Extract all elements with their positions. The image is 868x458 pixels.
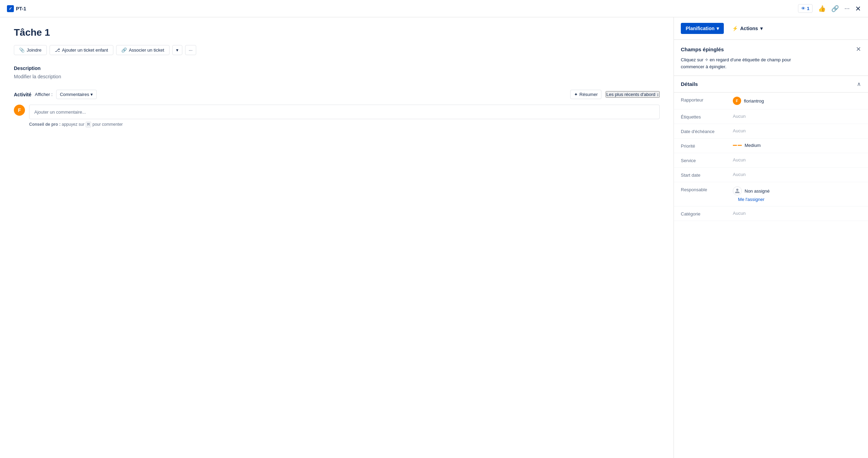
details-header[interactable]: Détails ∧ xyxy=(674,76,868,93)
share-button[interactable]: 🔗 xyxy=(831,5,839,12)
actions-chevron: ▾ xyxy=(760,26,763,31)
detail-row-date-echeance: Date d'échéance Aucun xyxy=(674,124,868,139)
pinned-desc-part1: Cliquez sur ✧ en regard d'une étiquette … xyxy=(681,57,791,62)
planification-button[interactable]: Planification ▾ xyxy=(681,23,724,34)
categorie-value[interactable]: Aucun xyxy=(733,211,746,216)
pinned-desc-part2: commencer à épingler. xyxy=(681,64,727,69)
chevron-up-icon: ∧ xyxy=(857,81,861,87)
watch-count: 1 xyxy=(807,6,809,11)
chevron-down-icon: ▾ xyxy=(90,92,93,97)
main-layout: Tâche 1 📎 Joindre ⎇ Ajouter un ticket en… xyxy=(0,17,868,458)
date-echeance-label: Date d'échéance xyxy=(681,128,729,134)
pro-tip-prefix: Conseil de pro : xyxy=(29,122,62,127)
activity-header: Activité Afficher : Commentaires ▾ ✦ Rés… xyxy=(14,90,660,99)
activity-title: Activité xyxy=(14,92,32,97)
service-value[interactable]: Aucun xyxy=(733,157,746,162)
date-echeance-value[interactable]: Aucun xyxy=(733,128,746,133)
pinned-fields-title: Champs épinglés xyxy=(681,46,724,52)
assignee-text: Non assigné xyxy=(745,188,770,194)
paperclip-icon: 📎 xyxy=(19,47,25,53)
action-buttons-row: 📎 Joindre ⎇ Ajouter un ticket enfant 🔗 A… xyxy=(14,45,660,55)
comment-row: F Ajouter un commentaire... xyxy=(14,105,660,119)
priority-icon xyxy=(733,145,742,146)
right-header: Planification ▾ ⚡ Actions ▾ xyxy=(674,17,868,40)
planification-label: Planification xyxy=(686,26,714,31)
sort-icon: ↕ xyxy=(657,92,659,97)
priority-bar-1 xyxy=(733,145,737,146)
sparkle-icon: ✦ xyxy=(574,92,578,97)
categorie-label: Catégorie xyxy=(681,211,729,217)
more-options-button[interactable]: ··· xyxy=(844,5,850,12)
add-child-label: Ajouter un ticket enfant xyxy=(62,47,108,53)
link-icon: 🔗 xyxy=(121,47,127,53)
etiquettes-label: Étiquettes xyxy=(681,114,729,120)
responsable-value[interactable]: Non assigné Me l'assigner xyxy=(733,186,770,202)
details-section: Détails ∧ Rapporteur F floriantrog Étiqu… xyxy=(674,76,868,221)
join-button[interactable]: 📎 Joindre xyxy=(14,45,47,55)
activity-filter-dropdown[interactable]: Commentaires ▾ xyxy=(56,90,97,99)
detail-row-priorite: Priorité Medium xyxy=(674,139,868,153)
categorie-none: Aucun xyxy=(733,211,746,216)
summarize-label: Résumer xyxy=(580,92,598,97)
user-avatar: F xyxy=(14,105,25,116)
reporter-name: floriantrog xyxy=(744,98,764,104)
pinned-fields-panel: Champs épinglés ✕ Cliquez sur ✧ en regar… xyxy=(674,40,868,76)
detail-row-categorie: Catégorie Aucun xyxy=(674,206,868,221)
service-none: Aucun xyxy=(733,157,746,162)
hierarchy-icon: ⎇ xyxy=(55,47,60,53)
start-date-none: Aucun xyxy=(733,172,746,177)
pro-tip-key: M xyxy=(86,122,92,127)
responsable-label: Responsable xyxy=(681,186,729,192)
associate-label: Associer un ticket xyxy=(129,47,164,53)
description-placeholder[interactable]: Modifier la description xyxy=(14,74,660,79)
close-button[interactable]: ✕ xyxy=(855,5,861,13)
detail-row-etiquettes: Étiquettes Aucun xyxy=(674,109,868,124)
pro-tip-suffix: pour commenter xyxy=(93,122,123,127)
comment-input[interactable]: Ajouter un commentaire... xyxy=(29,105,660,119)
activity-header-right: ✦ Résumer Les plus récents d'abord ↕ xyxy=(570,90,660,99)
activity-section: Activité Afficher : Commentaires ▾ ✦ Rés… xyxy=(14,90,660,127)
actions-button[interactable]: ⚡ Actions ▾ xyxy=(727,23,767,34)
sort-button[interactable]: Les plus récents d'abord ↕ xyxy=(606,91,660,98)
etiquettes-none: Aucun xyxy=(733,114,746,119)
eye-icon: 👁 xyxy=(801,6,806,11)
actions-label: Actions xyxy=(740,26,758,31)
details-title: Détails xyxy=(681,81,698,87)
left-panel: Tâche 1 📎 Joindre ⎇ Ajouter un ticket en… xyxy=(0,17,674,458)
service-label: Service xyxy=(681,157,729,163)
ticket-id: PT-1 xyxy=(16,6,26,11)
start-date-label: Start date xyxy=(681,172,729,178)
reporter-avatar: F xyxy=(733,97,741,105)
pinned-fields-description: Cliquez sur ✧ en regard d'une étiquette … xyxy=(681,56,861,70)
priorite-value[interactable]: Medium xyxy=(733,143,761,148)
description-title: Description xyxy=(14,65,660,71)
lightning-icon: ⚡ xyxy=(732,26,738,31)
etiquettes-value[interactable]: Aucun xyxy=(733,114,746,119)
detail-row-start-date: Start date Aucun xyxy=(674,168,868,182)
like-button[interactable]: 👍 xyxy=(818,5,826,12)
pinned-fields-close-button[interactable]: ✕ xyxy=(856,45,861,53)
priorite-label: Priorité xyxy=(681,143,729,149)
rapporteur-label: Rapporteur xyxy=(681,97,729,103)
pinned-header: Champs épinglés ✕ xyxy=(681,45,861,53)
chevron-down-icon: ▾ xyxy=(176,47,179,53)
topbar-right: 👁 1 👍 🔗 ··· ✕ xyxy=(798,4,861,13)
dropdown-more-button[interactable]: ▾ xyxy=(172,45,182,55)
rapporteur-value[interactable]: F floriantrog xyxy=(733,97,764,105)
assign-self-link[interactable]: Me l'assigner xyxy=(738,197,764,202)
priority-bar-2 xyxy=(738,145,742,146)
page-title: Tâche 1 xyxy=(14,27,660,38)
start-date-value[interactable]: Aucun xyxy=(733,172,746,177)
sort-label: Les plus récents d'abord xyxy=(606,92,655,97)
show-label: Afficher : xyxy=(35,92,53,97)
detail-row-service: Service Aucun xyxy=(674,153,868,168)
add-child-ticket-button[interactable]: ⎇ Ajouter un ticket enfant xyxy=(50,45,113,55)
ellipsis-icon: ··· xyxy=(189,47,193,53)
associate-ticket-button[interactable]: 🔗 Associer un ticket xyxy=(116,45,170,55)
detail-row-rapporteur: Rapporteur F floriantrog xyxy=(674,93,868,109)
summarize-button[interactable]: ✦ Résumer xyxy=(570,90,602,99)
overflow-menu-button[interactable]: ··· xyxy=(185,45,197,55)
watch-button[interactable]: 👁 1 xyxy=(798,4,813,13)
pro-tip-text: appuyez sur xyxy=(62,122,84,127)
date-echeance-none: Aucun xyxy=(733,128,746,133)
